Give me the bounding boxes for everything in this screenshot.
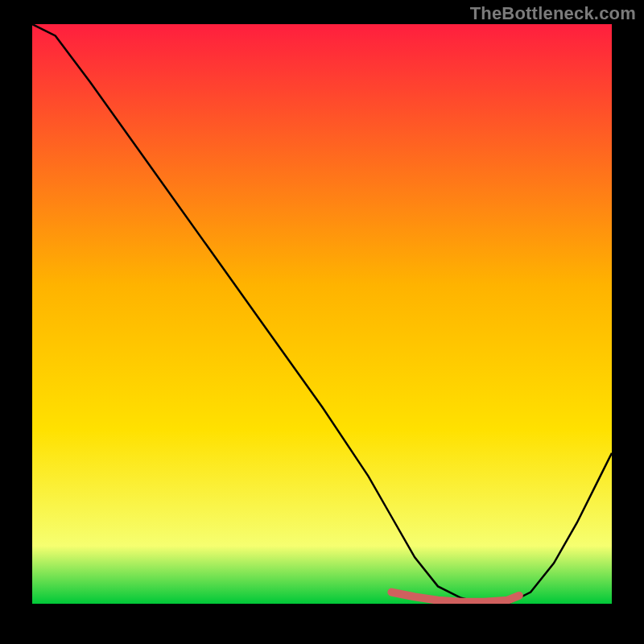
- chart-background: [32, 24, 612, 604]
- chart-svg: [32, 24, 612, 604]
- brand-logo: TheBottleneck.com: [470, 3, 636, 24]
- bottleneck-chart: [32, 24, 612, 604]
